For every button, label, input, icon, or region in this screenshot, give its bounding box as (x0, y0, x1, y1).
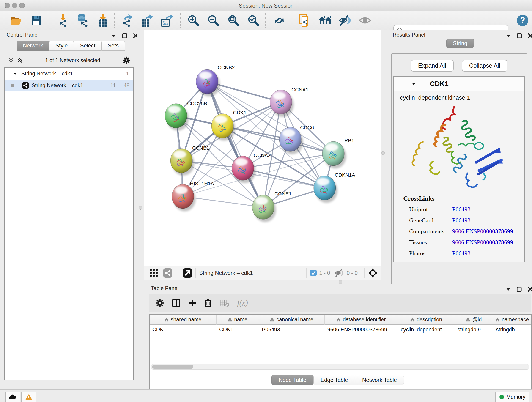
node-HIST1H1A[interactable] (172, 184, 196, 211)
function-builder-icon[interactable]: f(x) (237, 299, 248, 307)
open-in-window-icon[interactable] (183, 268, 192, 278)
node-result-header[interactable]: CDK1 (394, 77, 524, 91)
table-cell[interactable]: CDK1 (216, 325, 259, 335)
cloud-status-button[interactable] (5, 392, 20, 402)
expand-all-button[interactable]: Expand All (411, 60, 454, 71)
table-cell[interactable]: P06493 (259, 325, 325, 335)
import-network-button[interactable] (56, 13, 70, 27)
network-row-selected[interactable]: String Network – cdk1 11 48 (5, 80, 133, 91)
network-collection-row[interactable]: String Network – cdk1 1 (5, 68, 133, 80)
table-cell[interactable]: CDK1 (150, 325, 216, 335)
node-CCNE1[interactable] (252, 195, 276, 222)
export-table-button[interactable] (140, 13, 154, 27)
save-session-button[interactable] (30, 13, 43, 27)
left-splitter[interactable] (137, 30, 144, 389)
crosslink-link[interactable]: P06493 (452, 206, 470, 213)
zoom-fit-button[interactable] (227, 13, 240, 27)
panel-menu-icon[interactable] (506, 34, 511, 37)
tab-style[interactable]: Style (49, 41, 74, 51)
column-header-namespace[interactable]: namespace (493, 315, 531, 325)
crosslink-link[interactable]: 9606.ENSP00000378699 (452, 228, 513, 235)
import-table-button[interactable] (96, 13, 109, 27)
node-CCNA1[interactable] (270, 90, 294, 117)
table-cell[interactable]: stringdb (493, 325, 531, 335)
column-header-canonical-name[interactable]: canonical name (259, 315, 325, 325)
tab-node-table[interactable]: Node Table (272, 375, 313, 385)
splitter-handle[interactable] (381, 151, 385, 155)
table-row[interactable]: CDK1CDK1P064939606.ENSP00000378699cyclin… (150, 325, 531, 335)
node-CCNA2[interactable] (232, 156, 256, 183)
network-canvas[interactable]: CCNB2CCNA1CDC25BCDK1CDC6RB1CCNB1CCNA2CDK… (144, 30, 381, 266)
table-settings-gear-icon[interactable] (156, 299, 164, 307)
column-header-name[interactable]: name (216, 315, 259, 325)
hidden-eye-icon[interactable] (334, 269, 344, 277)
apply-layout-button[interactable] (272, 13, 286, 27)
right-splitter[interactable] (381, 30, 385, 284)
collapse-all-icon[interactable] (8, 57, 14, 63)
memory-button[interactable]: Memory (495, 392, 530, 402)
tab-network[interactable]: Network (17, 41, 49, 51)
node-CCNB2[interactable] (196, 70, 220, 96)
column-header--id[interactable]: @id (455, 315, 493, 325)
tab-string[interactable]: String (446, 39, 474, 48)
column-header-database-identifier[interactable]: database identifier (325, 315, 398, 325)
panel-menu-icon[interactable] (112, 34, 116, 37)
node-label-CCNB2: CCNB2 (218, 65, 235, 70)
tab-network-table[interactable]: Network Table (355, 375, 404, 385)
panel-close-icon[interactable] (528, 287, 532, 292)
panel-float-icon[interactable] (517, 33, 522, 38)
zoom-out-button[interactable] (206, 13, 220, 27)
collapse-entry-icon[interactable] (412, 82, 416, 85)
crosslink-link[interactable]: P06493 (452, 217, 470, 224)
warnings-button[interactable] (21, 392, 36, 402)
crosslink-link[interactable]: P06493 (452, 250, 470, 257)
tab-sets[interactable]: Sets (101, 41, 125, 51)
network-snapshot-button[interactable] (298, 13, 312, 27)
node-CDC25B[interactable] (165, 104, 189, 131)
panel-menu-icon[interactable] (506, 288, 511, 291)
tab-edge-table[interactable]: Edge Table (313, 375, 355, 385)
panel-float-icon[interactable] (517, 287, 522, 292)
panel-float-icon[interactable] (122, 33, 127, 38)
table-horizontal-scrollbar[interactable] (151, 364, 530, 370)
edge-CDK1-RB1[interactable] (222, 126, 333, 153)
scrollbar-thumb[interactable] (152, 365, 193, 369)
node-CDK1[interactable] (211, 114, 235, 141)
birds-eye-view-icon[interactable] (368, 268, 378, 278)
export-image-button[interactable] (160, 13, 173, 27)
help-button[interactable]: ? (516, 13, 530, 27)
crosslink-link[interactable]: 9606.ENSP00000378699 (452, 239, 513, 246)
splitter-handle[interactable] (339, 280, 342, 284)
create-column-icon[interactable] (188, 299, 196, 307)
network-badge-icon[interactable] (163, 268, 172, 278)
grid-view-icon[interactable] (149, 268, 158, 278)
expand-all-icon[interactable] (17, 57, 23, 63)
import-database-button[interactable] (75, 13, 89, 27)
selected-checkbox-icon[interactable] (310, 269, 317, 276)
network-options-gear-icon[interactable] (123, 56, 130, 64)
column-header-description[interactable]: description (398, 315, 455, 325)
edge-CCNB2-CCNE1[interactable] (207, 82, 263, 207)
first-neighbors-button[interactable] (318, 13, 332, 27)
table-cell[interactable]: stringdb:9... (455, 325, 493, 335)
open-session-button[interactable] (9, 13, 23, 27)
zoom-in-button[interactable] (186, 13, 200, 27)
table-cell[interactable]: cyclin–dependent ... (398, 325, 455, 335)
table-cell[interactable]: 9606.ENSP00000378699 (325, 325, 398, 335)
collapse-all-button[interactable]: Collapse All (462, 60, 508, 71)
collection-expander-icon[interactable] (13, 72, 17, 75)
show-all-button[interactable] (358, 13, 372, 27)
hide-selected-button[interactable] (338, 13, 352, 27)
node-RB1[interactable] (322, 141, 346, 168)
show-columns-icon[interactable] (172, 298, 180, 307)
node-CDKN1A[interactable] (314, 176, 337, 203)
tab-select[interactable]: Select (74, 41, 101, 51)
splitter-handle[interactable] (139, 206, 142, 210)
export-network-button[interactable] (120, 13, 134, 27)
panel-close-icon[interactable] (528, 33, 532, 38)
delete-column-icon[interactable] (204, 298, 212, 307)
zoom-selected-button[interactable] (247, 13, 260, 27)
column-header-shared-name[interactable]: shared name (150, 315, 216, 325)
network-graph[interactable]: CCNB2CCNA1CDC25BCDK1CDC6RB1CCNB1CCNA2CDK… (144, 30, 381, 266)
delete-table-icon[interactable] (220, 299, 229, 307)
